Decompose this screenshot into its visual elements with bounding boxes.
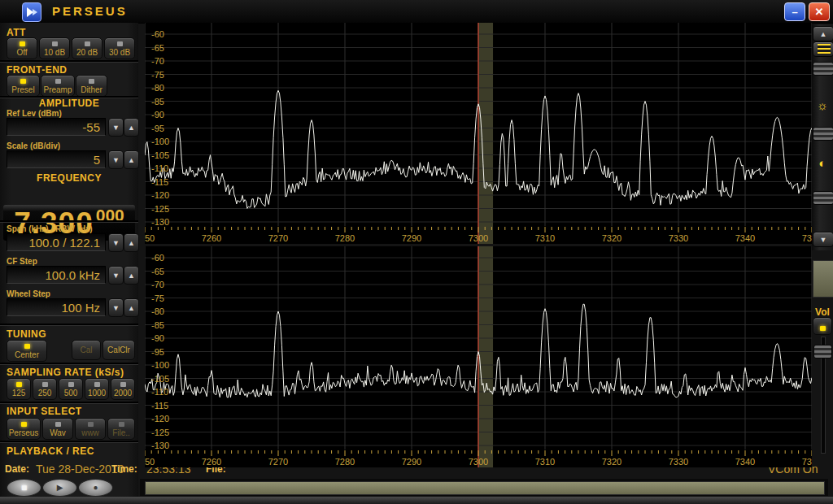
svg-text:7250: 7250 — [145, 233, 155, 243]
input-wav-button[interactable]: Wav — [42, 418, 73, 440]
svg-text:7300: 7300 — [469, 457, 488, 467]
rate-500-button[interactable]: 500 — [59, 378, 83, 400]
dither-button[interactable]: Dither — [76, 75, 107, 97]
svg-text:-130: -130 — [151, 217, 169, 226]
ref-lev-up-button[interactable]: ▲ — [124, 118, 139, 137]
input-perseus-button[interactable]: Perseus — [7, 418, 41, 440]
minimize-button[interactable]: – — [784, 2, 805, 21]
tuning-cal-button[interactable]: Cal — [72, 340, 101, 360]
brightness-icon: ☼ — [812, 99, 833, 111]
svg-text:7270: 7270 — [268, 233, 288, 243]
frequency-section-label: FREQUENCY — [0, 172, 138, 184]
led-indicator — [120, 382, 126, 387]
display-control-strip: ▲ ☼ ◐ ▼ — [812, 24, 833, 250]
svg-text:-115: -115 — [151, 401, 168, 411]
ref-lev-down-button[interactable]: ▼ — [108, 118, 124, 137]
cf-step-up-button[interactable]: ▲ — [124, 266, 139, 285]
led-indicator — [52, 41, 58, 46]
svg-text:-65: -65 — [151, 267, 164, 276]
scroll-up-button[interactable]: ▲ — [813, 26, 833, 41]
divider — [0, 324, 138, 326]
svg-text:7270: 7270 — [268, 457, 288, 467]
span-field[interactable]: 100.0 / 122.1 — [7, 233, 106, 251]
contrast-slider[interactable] — [813, 191, 833, 205]
volume-mute-button[interactable] — [813, 317, 832, 335]
rate-250-button[interactable]: 250 — [33, 378, 57, 400]
input-file-button[interactable]: File.. — [107, 418, 135, 440]
cf-step-down-button[interactable]: ▼ — [108, 266, 124, 285]
svg-text:7290: 7290 — [402, 457, 421, 467]
led-indicator — [55, 79, 61, 84]
led-indicator — [820, 326, 826, 331]
spectrum-gain-slider[interactable] — [813, 62, 833, 76]
date-label: Date: — [5, 463, 29, 475]
svg-text:-90: -90 — [151, 110, 164, 119]
svg-text:-95: -95 — [151, 347, 164, 357]
wheel-step-up-button[interactable]: ▲ — [124, 298, 139, 317]
secondary-spectrum-plot[interactable]: -60-65-70-75-80-85-90-95-100-105-110-115… — [145, 246, 812, 450]
presel-button[interactable]: Presel — [7, 75, 40, 97]
led-indicator — [85, 41, 90, 46]
rate-125-button[interactable]: 125 — [7, 378, 31, 400]
svg-text:7320: 7320 — [602, 233, 621, 243]
preamp-button[interactable]: Preamp — [41, 75, 75, 97]
record-button[interactable]: ● — [78, 479, 113, 497]
palette-icon — [818, 44, 831, 54]
palette-button[interactable] — [813, 41, 833, 57]
svg-text:-105: -105 — [151, 150, 169, 160]
led-indicator — [20, 79, 26, 84]
svg-text:-60: -60 — [151, 253, 164, 263]
svg-text:7350: 7350 — [802, 457, 812, 467]
wheel-step-field[interactable]: 100 Hz — [7, 298, 106, 316]
att-20db-button[interactable]: 20 dB — [72, 37, 102, 59]
close-button[interactable]: ✕ — [809, 2, 830, 21]
svg-text:7280: 7280 — [335, 233, 355, 243]
span-up-button[interactable]: ▲ — [124, 233, 139, 252]
rate-1000-button[interactable]: 1000 — [85, 378, 109, 400]
svg-text:-95: -95 — [151, 124, 164, 133]
svg-text:7310: 7310 — [535, 457, 555, 467]
input-www-button[interactable]: www — [75, 418, 106, 440]
play-button[interactable]: ▶ — [42, 479, 77, 497]
led-indicator — [119, 422, 124, 427]
tuning-center-button[interactable]: Center — [7, 340, 47, 362]
main-spectrum-axis: 7250726072707280729073007310732073307340… — [145, 226, 812, 244]
ref-lev-field[interactable]: -55 — [7, 118, 106, 136]
span-down-button[interactable]: ▼ — [108, 233, 124, 252]
cf-step-field[interactable]: 100.0 kHz — [7, 266, 106, 284]
att-off-button[interactable]: Off — [7, 37, 37, 59]
led-indicator — [55, 422, 61, 427]
sampling-section-label: SAMPLING RATE (kS/s) — [7, 367, 124, 378]
record-icon: ● — [93, 484, 98, 492]
window-frame — [0, 497, 833, 504]
volume-slider-handle[interactable] — [813, 345, 832, 358]
svg-text:-80: -80 — [151, 306, 164, 316]
scale-up-button[interactable]: ▲ — [124, 150, 139, 169]
app-logo-icon[interactable] — [22, 2, 41, 22]
att-10db-button[interactable]: 10 dB — [39, 37, 70, 59]
secondary-spectrum-axis: 7250726072707280729073007310732073307340… — [145, 450, 812, 467]
svg-text:-80: -80 — [151, 83, 164, 93]
stop-button[interactable]: ■ — [7, 479, 41, 497]
brightness-slider[interactable] — [813, 127, 833, 141]
frequency-scroll-thumb[interactable] — [145, 481, 825, 495]
play-icon: ▶ — [57, 484, 63, 492]
main-spectrum-plot[interactable]: -60-65-70-75-80-85-90-95-100-105-110-115… — [145, 23, 812, 226]
att-30db-button[interactable]: 30 dB — [104, 37, 135, 59]
app-title: PERSEUS — [52, 4, 128, 18]
scroll-down-button[interactable]: ▼ — [813, 232, 833, 247]
contrast-icon: ◐ — [812, 157, 833, 169]
led-indicator — [21, 422, 27, 427]
rate-2000-button[interactable]: 2000 — [111, 378, 135, 400]
svg-text:7300: 7300 — [469, 233, 488, 243]
tuning-calclr-button[interactable]: CalClr — [102, 340, 135, 360]
divider — [0, 363, 138, 365]
svg-text:-75: -75 — [151, 293, 164, 303]
wheel-step-down-button[interactable]: ▼ — [108, 298, 124, 317]
perseus-window: PERSEUS – ✕ ATT Off 10 dB 20 dB 30 dB FR… — [0, 0, 833, 504]
svg-text:7340: 7340 — [735, 233, 755, 243]
scale-down-button[interactable]: ▼ — [108, 150, 124, 169]
scale-field[interactable]: 5 — [7, 150, 106, 168]
svg-text:7330: 7330 — [669, 233, 688, 243]
led-indicator — [24, 344, 30, 349]
